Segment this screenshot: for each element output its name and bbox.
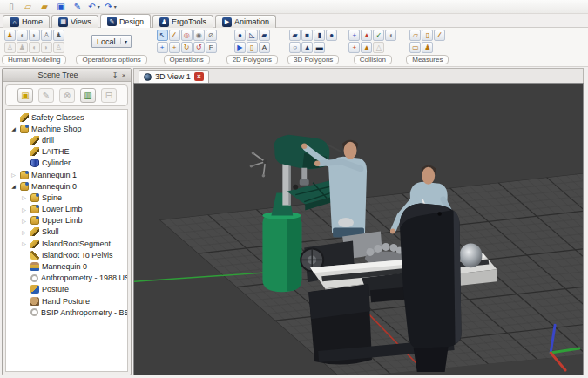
dimension-2d-button[interactable]: ▯ bbox=[247, 42, 258, 53]
torus-3d-button[interactable]: ○ bbox=[289, 42, 301, 53]
tree-item-machine-shop[interactable]: ◢Machine Shop bbox=[6, 123, 127, 134]
mannequin-copy-icon: ♟ bbox=[56, 32, 62, 39]
cone-3d-button[interactable]: ▲ bbox=[301, 42, 313, 53]
tree-item-spine[interactable]: ▷Spine bbox=[6, 192, 127, 203]
expander-collapsed-icon[interactable]: ▷ bbox=[10, 172, 17, 178]
target-button[interactable]: ◎ bbox=[181, 30, 193, 41]
collision-warning-alt-button[interactable]: ▲ bbox=[361, 42, 372, 53]
translate-button[interactable]: + bbox=[157, 42, 168, 53]
application-window: ▯▱▰▣✎↶▾↷▾ ⌂Home▦Views✎Design♟ErgoTools▶A… bbox=[0, 0, 588, 378]
height-measure-button[interactable]: ♟ bbox=[422, 42, 433, 53]
tape-measure-button[interactable]: ▭ bbox=[409, 42, 421, 53]
play-path-button[interactable]: ▶ bbox=[234, 42, 246, 53]
target-icon: ◎ bbox=[184, 32, 190, 39]
cube-3d-button[interactable]: ■ bbox=[301, 30, 313, 41]
rotate-snap-button[interactable]: ↺ bbox=[193, 42, 205, 53]
posture-library-button[interactable]: ♙ bbox=[41, 30, 52, 41]
ribbon-group-measures: ▱▯∠▭♟Measures bbox=[406, 30, 449, 64]
tree-item-label: Hand Posture bbox=[42, 297, 90, 306]
mannequin-copy-button[interactable]: ♟ bbox=[53, 30, 64, 41]
select-button[interactable]: ↖ bbox=[157, 30, 168, 41]
redo-button[interactable]: ↷▾ bbox=[104, 1, 118, 12]
tree-item-cylinder[interactable]: Cylinder bbox=[6, 158, 127, 169]
tab-3d-view-1[interactable]: 3D View 1 × bbox=[139, 70, 209, 83]
collision-buttons: +▲✓◖+▲△ bbox=[348, 30, 396, 53]
expander-collapsed-icon[interactable]: ▷ bbox=[20, 218, 28, 224]
tree-item-upper-limb[interactable]: ▷Upper Limb bbox=[6, 215, 127, 226]
block-3d-button[interactable]: ▬ bbox=[314, 42, 325, 53]
ruler-button[interactable]: ▱ bbox=[409, 30, 421, 41]
tab-animation[interactable]: ▶Animation bbox=[215, 15, 276, 28]
hand-left-button[interactable]: ◖ bbox=[17, 30, 28, 41]
circle-2d-button[interactable]: ● bbox=[234, 30, 246, 41]
expander-expanded-icon[interactable]: ◢ bbox=[10, 125, 17, 132]
undo-dropdown-icon[interactable]: ▾ bbox=[98, 4, 100, 10]
expander-collapsed-icon[interactable]: ▷ bbox=[20, 229, 28, 235]
tree-item-bsip-anthropometry-bsip-mcconville[interactable]: BSIP Anthropometry - BSIP McConville... bbox=[6, 307, 127, 318]
collision-move-alt-button[interactable]: + bbox=[348, 42, 360, 53]
3d-viewport[interactable] bbox=[133, 83, 584, 375]
tree-item-skull[interactable]: ▷Skull bbox=[6, 226, 127, 238]
tree-item-hand-posture[interactable]: Hand Posture bbox=[6, 295, 127, 307]
add-mannequin-button[interactable]: ♟ bbox=[4, 30, 16, 41]
grab-button[interactable]: ◉ bbox=[193, 30, 205, 41]
tab-ergotools[interactable]: ♟ErgoTools bbox=[152, 15, 213, 28]
cylinder-icon bbox=[30, 159, 39, 167]
tree-item-mannequin-0[interactable]: ◢Mannequin 0 bbox=[6, 180, 127, 192]
expander-collapsed-icon[interactable]: ▷ bbox=[20, 194, 28, 200]
rotate-button[interactable]: ↻ bbox=[181, 42, 193, 53]
polyline-2d-button[interactable]: ◺ bbox=[247, 30, 258, 41]
tab-home[interactable]: ⌂Home bbox=[3, 15, 50, 28]
translate-snap-button[interactable]: + bbox=[169, 42, 180, 53]
posture-tool-3-icon: ♙ bbox=[56, 44, 62, 51]
vertical-ruler-button[interactable]: ▯ bbox=[422, 30, 433, 41]
close-panel-icon[interactable]: × bbox=[119, 71, 128, 79]
tree-item-drill[interactable]: drill bbox=[6, 134, 127, 145]
save-as-button[interactable]: ✎ bbox=[71, 1, 84, 12]
3d-polygons-buttons: ▰■▮●○▲▬ bbox=[289, 30, 337, 53]
expander-collapsed-icon[interactable]: ▷ bbox=[20, 206, 28, 213]
new-file-button[interactable]: ▯ bbox=[4, 1, 18, 12]
forward-kinematics-button[interactable]: F bbox=[206, 42, 217, 53]
angle-measure-button[interactable]: ∠ bbox=[434, 30, 445, 41]
sphere-3d-button[interactable]: ● bbox=[326, 30, 337, 41]
tree-item-islandroot-to-pelvis[interactable]: IslandRoot To Pelvis bbox=[6, 249, 127, 260]
tree-item-safety-glasses[interactable]: Safety Glasses bbox=[6, 111, 127, 123]
views-tab-icon: ▦ bbox=[58, 17, 68, 27]
expander-expanded-icon[interactable]: ◢ bbox=[10, 183, 17, 189]
hand-right-button[interactable]: ◗ bbox=[29, 30, 40, 41]
open-button[interactable]: ▱ bbox=[21, 1, 35, 12]
collision-grab-button[interactable]: ◖ bbox=[385, 30, 396, 41]
reference-frame-dropdown[interactable]: Local▾ bbox=[91, 35, 132, 48]
redo-dropdown-icon[interactable]: ▾ bbox=[114, 4, 117, 10]
collision-move-button[interactable]: + bbox=[348, 30, 360, 41]
tree-item-mannequin-0[interactable]: Mannequin 0 bbox=[6, 260, 127, 272]
save-button[interactable]: ▣ bbox=[54, 1, 68, 12]
expander-collapsed-icon[interactable]: ▷ bbox=[20, 240, 28, 246]
tree-item-mannequin-1[interactable]: ▷Mannequin 1 bbox=[6, 169, 127, 180]
collision-warning-button[interactable]: ▲ bbox=[361, 30, 372, 41]
tree-item-anthropometry-1988-us-army[interactable]: Anthropometry - 1988 US Army bbox=[6, 273, 127, 284]
tree-item-lower-limb[interactable]: ▷Lower Limb bbox=[6, 204, 127, 215]
close-view-icon[interactable]: × bbox=[194, 72, 204, 81]
cylinder-3d-button[interactable]: ▮ bbox=[314, 30, 325, 41]
attach-button[interactable]: ⊘ bbox=[206, 30, 217, 41]
tab-views[interactable]: ▦Views bbox=[51, 15, 98, 28]
snapshot-button[interactable]: ▥ bbox=[80, 88, 96, 103]
scene-tree-title: Scene Tree bbox=[5, 71, 111, 79]
tree-item-posture[interactable]: Posture bbox=[6, 284, 127, 295]
prism-3d-button[interactable]: ▰ bbox=[289, 30, 301, 41]
lock-button[interactable]: ▣ bbox=[17, 88, 33, 103]
measure-angle-button[interactable]: ∠ bbox=[169, 30, 180, 41]
text-label-button[interactable]: A bbox=[259, 42, 270, 53]
home-tab-icon: ⌂ bbox=[10, 17, 19, 27]
tree-item-laithe[interactable]: LAITHE bbox=[6, 146, 127, 158]
undo-button[interactable]: ↶▾ bbox=[87, 1, 101, 12]
open-folder-button[interactable]: ▰ bbox=[37, 1, 51, 12]
chevron-down-icon[interactable]: ▾ bbox=[120, 38, 131, 44]
tree-item-islandrootsegment[interactable]: ▷IslandRootSegment bbox=[6, 238, 127, 249]
tab-design[interactable]: ✎Design bbox=[100, 14, 151, 28]
pin-icon[interactable]: ↧ bbox=[111, 71, 119, 79]
collision-check-button[interactable]: ✓ bbox=[373, 30, 384, 41]
polygon-2d-button[interactable]: ▰ bbox=[259, 30, 270, 41]
